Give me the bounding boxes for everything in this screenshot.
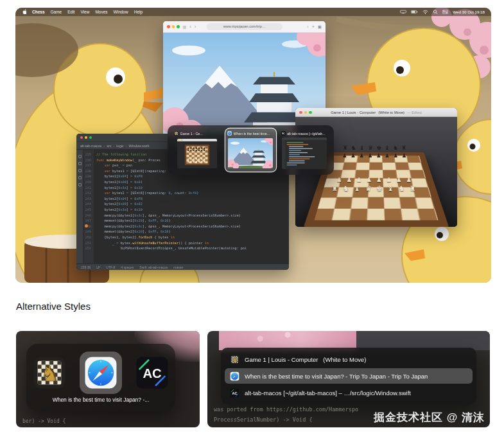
chess-window-thumbnail: [177, 139, 217, 168]
white-pawn-rank: ♟♟♟♟♟♟♟♟: [295, 177, 457, 183]
switcher-item-label: alt-tab-macos [~/git/tab...: [287, 132, 325, 136]
app-icons-switcher: When is the best time to visit Japan? -.…: [26, 344, 175, 412]
minimize-button[interactable]: [85, 136, 87, 139]
window-thumbnail[interactable]: [281, 136, 327, 170]
menubar-clock[interactable]: Wed 30 Oct 19:18: [453, 10, 485, 14]
menubar-menu-moves[interactable]: Moves: [95, 10, 107, 14]
line-number: 238: [83, 168, 94, 174]
search-icon[interactable]: [433, 10, 438, 14]
line-number: 243: [83, 196, 94, 202]
window-title-label: When is the best time to visit Japan? - …: [245, 373, 428, 380]
white-back-rank: ♜♞♝♛♚♝♞♜: [295, 185, 457, 192]
window-controls: [80, 136, 92, 139]
code-line: 251 _ = bytes.withUnsafeBufferPointer() …: [83, 240, 289, 246]
menubar-menu-game[interactable]: Game: [51, 10, 62, 14]
switcher-item-safari[interactable]: When is the best time...: [225, 129, 275, 172]
forward-button[interactable]: ›: [195, 24, 196, 30]
code-line: 252 SLPSPostEventRecordTo(&psn_, UnsafeM…: [83, 245, 289, 251]
tab-overview-icon[interactable]: ▣: [318, 24, 322, 30]
menubar-app-name[interactable]: Chess: [32, 10, 45, 14]
display-icon[interactable]: [400, 10, 406, 14]
app-icon-chess[interactable]: [28, 352, 71, 394]
menubar-menu-view[interactable]: View: [80, 10, 89, 14]
line-number: 236: [83, 157, 94, 163]
line-number: 245: [83, 207, 94, 213]
switcher-item-label: Game 1 - Ce...: [180, 132, 203, 136]
battery-icon[interactable]: [411, 10, 418, 14]
window-title-row-safari[interactable]: When is the best time to visit Japan? - …: [225, 368, 473, 384]
breadcrumb-item[interactable]: Window.swift: [129, 144, 150, 148]
background-code-text: ProcessSerialNumber) -> Void {: [214, 416, 313, 423]
line-number: 249: [83, 229, 94, 235]
status-item: LF: [96, 265, 100, 269]
zoom-button[interactable]: [89, 136, 92, 139]
apple-menu-icon[interactable]: [22, 9, 26, 15]
back-button[interactable]: ‹: [189, 24, 191, 30]
zoom-button[interactable]: [177, 25, 180, 28]
breadcrumb-separator: ›: [114, 144, 115, 148]
code-line: 247 memset(&bytes1[0x20], 0xFF, 0x10): [83, 218, 289, 224]
address-bar[interactable]: www.triptojapan.com/trip…: [207, 23, 282, 30]
switcher-item-chess[interactable]: Game 1 - Ce...: [172, 129, 222, 172]
safari-app-icon: [230, 371, 239, 381]
article-page: Chess GameEditViewMovesWindowHelp Wed 30…: [0, 0, 504, 437]
control-center-icon[interactable]: [442, 10, 448, 14]
breadcrumb-item[interactable]: logic: [116, 144, 123, 148]
chess-app-icon: [174, 131, 178, 136]
breadcrumb-item[interactable]: src: [107, 144, 111, 148]
chess-window-title: Game 1 | Louis - Computer: [331, 111, 376, 114]
status-item: 235:36: [81, 265, 91, 269]
vcs-tool-icon[interactable]: [78, 176, 82, 179]
status-item: master: [173, 265, 183, 269]
switcher-item-appcode[interactable]: alt-tab-macos [~/git/tab...: [279, 129, 329, 172]
code-line: 250 [bytes1, bytes2].forEach { bytes in: [83, 235, 289, 240]
main-screenshot: Chess GameEditViewMovesWindowHelp Wed 30…: [15, 8, 491, 283]
line-number: 240: [83, 179, 94, 185]
line-number: 239: [83, 174, 94, 179]
status-item: 4 spaces: [121, 265, 134, 269]
close-button[interactable]: [80, 136, 83, 139]
app-icons-style-screenshot: When is the best time to visit Japan? -.…: [16, 331, 200, 427]
chess-titlebar[interactable]: Game 1 | Louis - Computer (White to Move…: [295, 108, 457, 117]
breadcrumb-item[interactable]: alt-tab-macos: [80, 144, 101, 148]
project-tool-icon[interactable]: [78, 155, 82, 158]
app-icon-safari[interactable]: [80, 352, 122, 394]
find-tool-icon[interactable]: [78, 169, 82, 172]
editor-status-bar: 235:36LFUTF-84 spacesSwift: alt-tab-maco…: [76, 263, 289, 270]
window-thumbnail[interactable]: [227, 136, 274, 170]
new-tab-icon[interactable]: +: [312, 24, 315, 30]
section-heading: Alternative Styles: [16, 301, 91, 312]
editor-tool-strip: [76, 150, 83, 263]
close-button[interactable]: [167, 25, 170, 28]
sidebar-icon[interactable]: ▥: [183, 24, 187, 29]
appcode-app-icon: [281, 131, 286, 136]
chess-app-icon: [230, 355, 239, 364]
menubar-menu-window[interactable]: Window: [114, 10, 128, 14]
menubar-menu-help[interactable]: Help: [134, 10, 143, 14]
line-number: 251: [83, 240, 94, 246]
chess-app-icon: [32, 355, 67, 390]
code-line: 242 var bytes2 = [UInt8](repeating: 0, c…: [83, 190, 289, 196]
line-number: 241: [83, 185, 94, 191]
window-title-row-chess[interactable]: Game 1 | Louis - Computer (White to Move…: [225, 352, 473, 367]
breakpoint-icon[interactable]: [85, 224, 88, 227]
debug-tool-icon[interactable]: [78, 183, 82, 186]
breadcrumb-separator: ›: [126, 144, 127, 148]
share-icon[interactable]: ↑: [307, 24, 309, 30]
window-controls: [299, 111, 312, 114]
status-item: UTF-8: [106, 265, 115, 269]
minimize-button[interactable]: [304, 111, 308, 114]
close-button[interactable]: [299, 111, 302, 114]
window-thumbnail[interactable]: [174, 136, 220, 170]
structure-tool-icon[interactable]: [78, 162, 82, 165]
line-number: 246: [83, 213, 94, 219]
minimize-button[interactable]: [172, 25, 175, 28]
code-line: 245 bytes2[0x3a] = 0x10: [83, 207, 289, 213]
wifi-icon[interactable]: [422, 10, 428, 14]
app-icon-appcode[interactable]: [131, 352, 173, 394]
menubar-menu-edit[interactable]: Edit: [67, 10, 74, 14]
window-title-row-appcode[interactable]: alt-tab-macos [~/git/alt-tab-macos] – …/…: [225, 385, 473, 400]
code-line: 240 bytes1[0x08] = 0x01: [83, 179, 289, 185]
window-controls: [167, 25, 180, 28]
zoom-button[interactable]: [309, 111, 312, 114]
